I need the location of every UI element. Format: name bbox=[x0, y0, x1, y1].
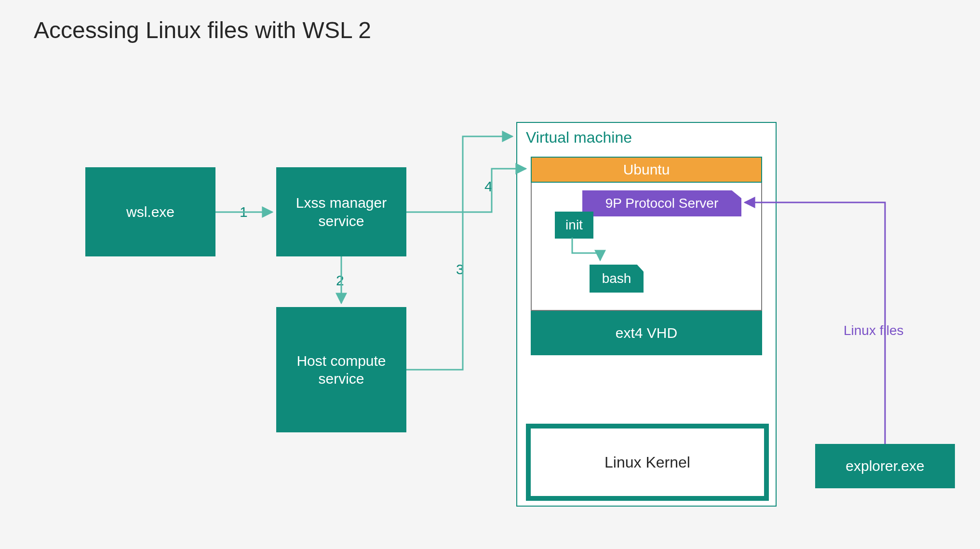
node-explorer-exe: explorer.exe bbox=[815, 444, 955, 488]
edge-3 bbox=[406, 136, 512, 370]
edge-label-linux-files: Linux files bbox=[844, 323, 904, 338]
node-init: init bbox=[555, 212, 593, 239]
distro-body: 9P Protocol Server init bash bbox=[531, 183, 762, 311]
node-ext4-vhd: ext4 VHD bbox=[531, 311, 762, 355]
vm-container: Virtual machine Ubuntu 9P Protocol Serve… bbox=[516, 122, 777, 507]
edge-label-1: 1 bbox=[240, 204, 248, 220]
distro-header-ubuntu: Ubuntu bbox=[531, 157, 762, 183]
node-9p-protocol-server: 9P Protocol Server bbox=[582, 190, 741, 216]
node-wsl-exe: wsl.exe bbox=[85, 167, 215, 256]
node-bash: bash bbox=[590, 265, 644, 293]
diagram-canvas: Accessing Linux files with WSL 2 wsl.exe… bbox=[0, 0, 980, 549]
node-host-compute-service: Host compute service bbox=[276, 307, 406, 432]
node-lxss-manager: Lxss manager service bbox=[276, 167, 406, 256]
edge-4 bbox=[406, 169, 526, 212]
edge-label-2: 2 bbox=[336, 272, 344, 289]
node-linux-kernel: Linux Kernel bbox=[526, 424, 769, 501]
vm-title: Virtual machine bbox=[526, 129, 632, 147]
edge-label-4: 4 bbox=[484, 178, 493, 195]
page-title: Accessing Linux files with WSL 2 bbox=[34, 17, 371, 43]
edge-label-3: 3 bbox=[456, 261, 464, 278]
